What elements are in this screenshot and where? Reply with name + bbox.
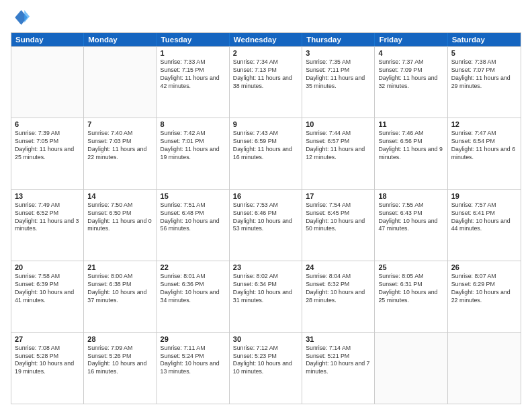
calendar-cell: 30Sunrise: 7:12 AM Sunset: 5:23 PM Dayli… <box>230 333 302 404</box>
cell-info: Sunrise: 7:35 AM Sunset: 7:11 PM Dayligh… <box>306 58 371 91</box>
cell-info: Sunrise: 7:55 AM Sunset: 6:43 PM Dayligh… <box>378 201 443 234</box>
calendar-cell: 13Sunrise: 7:49 AM Sunset: 6:52 PM Dayli… <box>11 190 84 261</box>
cell-day-number: 10 <box>306 120 371 128</box>
cell-day-number: 11 <box>378 120 443 128</box>
cell-info: Sunrise: 7:42 AM Sunset: 7:01 PM Dayligh… <box>161 130 226 162</box>
cell-info: Sunrise: 8:05 AM Sunset: 6:31 PM Dayligh… <box>378 273 443 305</box>
calendar-header-cell: Friday <box>375 33 447 46</box>
cell-day-number: 8 <box>161 120 226 128</box>
calendar-cell <box>84 47 157 118</box>
calendar-cell: 18Sunrise: 7:55 AM Sunset: 6:43 PM Dayli… <box>375 190 447 261</box>
calendar-body: 1Sunrise: 7:33 AM Sunset: 7:15 PM Daylig… <box>11 46 521 404</box>
cell-info: Sunrise: 7:46 AM Sunset: 6:56 PM Dayligh… <box>378 130 443 162</box>
calendar-row: 27Sunrise: 7:08 AM Sunset: 5:28 PM Dayli… <box>11 332 521 404</box>
cell-info: Sunrise: 7:12 AM Sunset: 5:23 PM Dayligh… <box>233 345 298 377</box>
cell-info: Sunrise: 7:51 AM Sunset: 6:48 PM Dayligh… <box>161 201 226 234</box>
cell-day-number: 3 <box>306 49 371 57</box>
cell-info: Sunrise: 7:09 AM Sunset: 5:26 PM Dayligh… <box>87 345 152 377</box>
cell-day-number: 18 <box>378 192 443 200</box>
cell-day-number: 2 <box>233 49 298 57</box>
calendar-header: SundayMondayTuesdayWednesdayThursdayFrid… <box>11 33 521 46</box>
calendar: SundayMondayTuesdayWednesdayThursdayFrid… <box>11 32 521 404</box>
calendar-header-cell: Monday <box>84 33 157 46</box>
calendar-cell: 11Sunrise: 7:46 AM Sunset: 6:56 PM Dayli… <box>375 118 447 189</box>
cell-day-number: 30 <box>233 335 298 343</box>
calendar-cell: 15Sunrise: 7:51 AM Sunset: 6:48 PM Dayli… <box>157 190 230 261</box>
logo-icon <box>11 8 30 27</box>
cell-day-number: 15 <box>161 192 226 200</box>
calendar-header-cell: Thursday <box>302 33 375 46</box>
cell-info: Sunrise: 7:33 AM Sunset: 7:15 PM Dayligh… <box>161 58 226 91</box>
calendar-cell: 17Sunrise: 7:54 AM Sunset: 6:45 PM Dayli… <box>302 190 375 261</box>
calendar-cell: 22Sunrise: 8:01 AM Sunset: 6:36 PM Dayli… <box>157 261 230 332</box>
calendar-cell: 9Sunrise: 7:43 AM Sunset: 6:59 PM Daylig… <box>230 118 302 189</box>
calendar-cell: 8Sunrise: 7:42 AM Sunset: 7:01 PM Daylig… <box>157 118 230 189</box>
cell-info: Sunrise: 7:53 AM Sunset: 6:46 PM Dayligh… <box>233 201 298 234</box>
cell-day-number: 4 <box>378 49 443 57</box>
cell-day-number: 13 <box>15 192 80 200</box>
calendar-cell: 14Sunrise: 7:50 AM Sunset: 6:50 PM Dayli… <box>84 190 157 261</box>
calendar-cell: 7Sunrise: 7:40 AM Sunset: 7:03 PM Daylig… <box>84 118 157 189</box>
cell-day-number: 19 <box>451 192 517 200</box>
cell-day-number: 9 <box>233 120 298 128</box>
cell-day-number: 26 <box>451 263 517 271</box>
cell-info: Sunrise: 7:34 AM Sunset: 7:13 PM Dayligh… <box>233 58 298 91</box>
cell-day-number: 17 <box>306 192 371 200</box>
cell-day-number: 23 <box>233 263 298 271</box>
calendar-cell <box>375 333 447 404</box>
cell-info: Sunrise: 7:50 AM Sunset: 6:50 PM Dayligh… <box>87 201 152 234</box>
calendar-cell: 25Sunrise: 8:05 AM Sunset: 6:31 PM Dayli… <box>375 261 447 332</box>
calendar-cell: 3Sunrise: 7:35 AM Sunset: 7:11 PM Daylig… <box>302 47 375 118</box>
cell-day-number: 20 <box>15 263 80 271</box>
calendar-row: 13Sunrise: 7:49 AM Sunset: 6:52 PM Dayli… <box>11 189 521 261</box>
cell-day-number: 12 <box>451 120 517 128</box>
svg-marker-1 <box>24 10 30 23</box>
cell-day-number: 7 <box>87 120 152 128</box>
calendar-row: 20Sunrise: 7:58 AM Sunset: 6:39 PM Dayli… <box>11 261 521 332</box>
cell-info: Sunrise: 7:11 AM Sunset: 5:24 PM Dayligh… <box>161 345 226 377</box>
cell-info: Sunrise: 7:37 AM Sunset: 7:09 PM Dayligh… <box>378 58 443 91</box>
cell-info: Sunrise: 8:07 AM Sunset: 6:29 PM Dayligh… <box>451 273 517 305</box>
calendar-cell: 2Sunrise: 7:34 AM Sunset: 7:13 PM Daylig… <box>230 47 302 118</box>
calendar-cell: 4Sunrise: 7:37 AM Sunset: 7:09 PM Daylig… <box>375 47 447 118</box>
cell-info: Sunrise: 7:39 AM Sunset: 7:05 PM Dayligh… <box>15 130 80 162</box>
calendar-cell: 31Sunrise: 7:14 AM Sunset: 5:21 PM Dayli… <box>302 333 375 404</box>
cell-day-number: 25 <box>378 263 443 271</box>
cell-day-number: 6 <box>15 120 80 128</box>
calendar-row: 1Sunrise: 7:33 AM Sunset: 7:15 PM Daylig… <box>11 46 521 118</box>
cell-day-number: 24 <box>306 263 371 271</box>
header <box>11 8 521 27</box>
cell-day-number: 28 <box>87 335 152 343</box>
calendar-cell: 16Sunrise: 7:53 AM Sunset: 6:46 PM Dayli… <box>230 190 302 261</box>
cell-day-number: 31 <box>306 335 371 343</box>
cell-info: Sunrise: 7:57 AM Sunset: 6:41 PM Dayligh… <box>451 201 517 234</box>
calendar-cell: 27Sunrise: 7:08 AM Sunset: 5:28 PM Dayli… <box>11 333 84 404</box>
calendar-cell: 23Sunrise: 8:02 AM Sunset: 6:34 PM Dayli… <box>230 261 302 332</box>
cell-info: Sunrise: 7:47 AM Sunset: 6:54 PM Dayligh… <box>451 130 517 162</box>
calendar-cell: 20Sunrise: 7:58 AM Sunset: 6:39 PM Dayli… <box>11 261 84 332</box>
cell-day-number: 14 <box>87 192 152 200</box>
calendar-cell: 24Sunrise: 8:04 AM Sunset: 6:32 PM Dayli… <box>302 261 375 332</box>
calendar-header-cell: Saturday <box>448 33 521 46</box>
cell-info: Sunrise: 8:04 AM Sunset: 6:32 PM Dayligh… <box>306 273 371 305</box>
cell-day-number: 29 <box>161 335 226 343</box>
calendar-cell: 19Sunrise: 7:57 AM Sunset: 6:41 PM Dayli… <box>448 190 521 261</box>
calendar-cell: 6Sunrise: 7:39 AM Sunset: 7:05 PM Daylig… <box>11 118 84 189</box>
calendar-cell <box>11 47 84 118</box>
logo <box>11 8 31 27</box>
cell-day-number: 16 <box>233 192 298 200</box>
calendar-header-cell: Sunday <box>11 33 84 46</box>
cell-info: Sunrise: 7:38 AM Sunset: 7:07 PM Dayligh… <box>451 58 517 91</box>
cell-info: Sunrise: 8:01 AM Sunset: 6:36 PM Dayligh… <box>161 273 226 305</box>
calendar-cell: 5Sunrise: 7:38 AM Sunset: 7:07 PM Daylig… <box>448 47 521 118</box>
calendar-header-cell: Wednesday <box>230 33 302 46</box>
calendar-cell: 28Sunrise: 7:09 AM Sunset: 5:26 PM Dayli… <box>84 333 157 404</box>
cell-day-number: 1 <box>161 49 226 57</box>
calendar-cell: 29Sunrise: 7:11 AM Sunset: 5:24 PM Dayli… <box>157 333 230 404</box>
page: SundayMondayTuesdayWednesdayThursdayFrid… <box>0 0 532 411</box>
calendar-header-cell: Tuesday <box>157 33 230 46</box>
cell-info: Sunrise: 7:54 AM Sunset: 6:45 PM Dayligh… <box>306 201 371 234</box>
cell-day-number: 21 <box>87 263 152 271</box>
cell-day-number: 27 <box>15 335 80 343</box>
cell-info: Sunrise: 7:44 AM Sunset: 6:57 PM Dayligh… <box>306 130 371 162</box>
